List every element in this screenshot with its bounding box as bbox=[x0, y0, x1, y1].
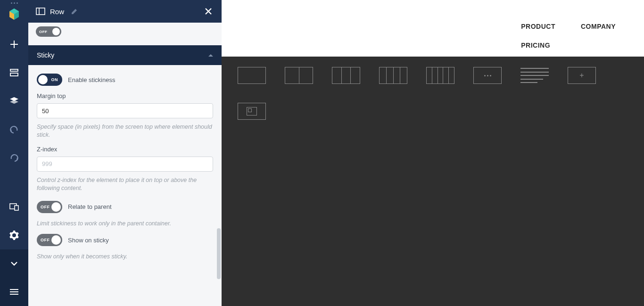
show-on-sticky-help: Show only when it becomes sticky. bbox=[37, 253, 213, 261]
z-index-help: Control z-index for the element to place… bbox=[37, 176, 213, 192]
redo-button[interactable] bbox=[0, 143, 28, 172]
margin-top-input[interactable] bbox=[37, 103, 213, 118]
caret-up-icon bbox=[208, 54, 213, 57]
layout-text[interactable] bbox=[520, 67, 549, 84]
layout-3col[interactable] bbox=[332, 67, 360, 84]
layout-5col[interactable] bbox=[426, 67, 454, 84]
app-logo bbox=[8, 8, 21, 21]
nav-product[interactable]: PRODUCT bbox=[521, 23, 555, 30]
row-icon bbox=[36, 8, 45, 15]
z-index-label: Z-index bbox=[37, 146, 213, 153]
relate-parent-label: Relate to parent bbox=[68, 203, 112, 210]
nav-pricing[interactable]: PRICING bbox=[521, 41, 555, 49]
margin-top-help: Specify space (in pixels) from the scree… bbox=[37, 123, 213, 139]
site-nav: PRODUCT PRICING COMPANY bbox=[222, 0, 644, 57]
collapse-button[interactable] bbox=[0, 249, 28, 278]
layout-2col[interactable] bbox=[285, 67, 313, 84]
z-index-input[interactable] bbox=[37, 157, 213, 172]
prev-toggle[interactable]: OFF bbox=[36, 26, 61, 37]
svg-rect-5 bbox=[10, 69, 18, 71]
layout-nested[interactable] bbox=[238, 103, 266, 120]
menu-button[interactable] bbox=[0, 278, 28, 306]
layers-button[interactable] bbox=[0, 87, 28, 115]
layout-4col[interactable] bbox=[379, 67, 407, 84]
layout-1col[interactable] bbox=[238, 67, 266, 84]
section-sticky-title: Sticky bbox=[37, 51, 54, 59]
svg-rect-10 bbox=[15, 206, 18, 210]
panel-body: OFF Sticky ON Enable stickiness Margin t… bbox=[28, 23, 222, 306]
enable-stickiness-toggle[interactable]: ON bbox=[37, 74, 62, 86]
templates-button[interactable] bbox=[0, 58, 28, 87]
svg-rect-14 bbox=[36, 8, 45, 15]
svg-rect-6 bbox=[10, 73, 18, 76]
margin-top-label: Margin top bbox=[37, 92, 213, 99]
svg-marker-8 bbox=[10, 100, 18, 104]
drag-dots-icon bbox=[0, 1, 28, 5]
close-panel-button[interactable] bbox=[203, 6, 214, 17]
layout-more[interactable] bbox=[473, 67, 502, 84]
layout-add[interactable]: + bbox=[568, 67, 596, 84]
left-toolbar bbox=[0, 0, 28, 306]
undo-button[interactable] bbox=[0, 115, 28, 143]
show-on-sticky-label: Show on sticky bbox=[68, 237, 109, 244]
nav-company[interactable]: COMPANY bbox=[581, 23, 616, 30]
row-layout-picker: + bbox=[222, 57, 644, 306]
relate-parent-help: Limit stickiness to work only in the par… bbox=[37, 220, 213, 228]
scrollbar-thumb[interactable] bbox=[217, 228, 221, 279]
add-element-button[interactable] bbox=[0, 30, 28, 58]
responsive-button[interactable] bbox=[0, 193, 28, 221]
prev-section-tail: OFF bbox=[28, 23, 222, 45]
settings-button[interactable] bbox=[0, 221, 28, 249]
section-sticky-body: ON Enable stickiness Margin top Specify … bbox=[28, 65, 222, 275]
canvas: PRODUCT PRICING COMPANY + bbox=[222, 0, 644, 306]
show-on-sticky-toggle[interactable]: OFF bbox=[37, 234, 62, 246]
edit-title-button[interactable] bbox=[69, 6, 80, 17]
settings-panel: Row OFF Sticky ON bbox=[28, 0, 222, 306]
panel-header: Row bbox=[28, 0, 222, 23]
relate-parent-toggle[interactable]: OFF bbox=[37, 201, 62, 213]
section-sticky-header[interactable]: Sticky bbox=[28, 45, 222, 65]
panel-title: Row bbox=[50, 8, 64, 16]
enable-stickiness-label: Enable stickiness bbox=[68, 76, 115, 83]
